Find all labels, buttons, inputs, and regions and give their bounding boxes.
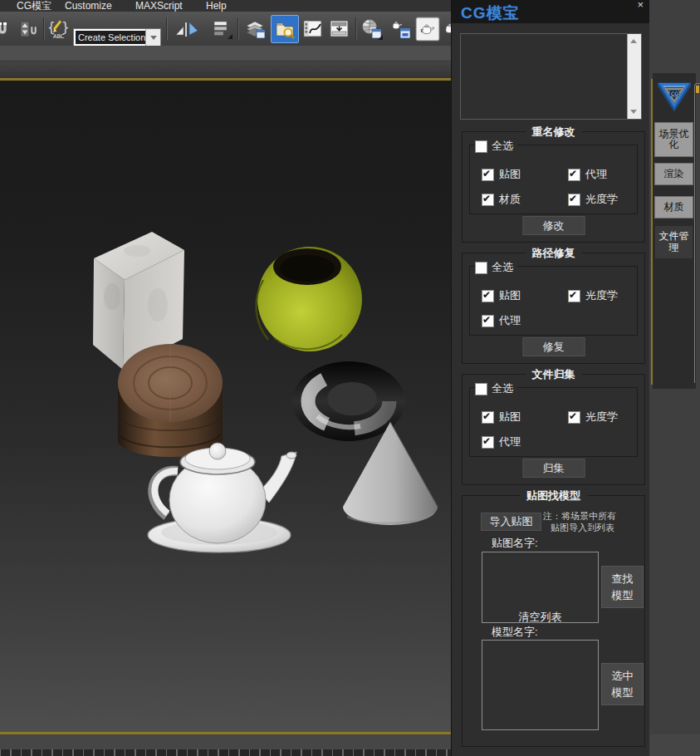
path-repair-section-title: 路径修复 [526, 246, 582, 261]
select-all-checkbox[interactable] [475, 140, 487, 153]
rename-apply-button[interactable]: 修改 [522, 216, 585, 235]
render-production-icon[interactable] [415, 16, 440, 42]
toolbar-separator [166, 17, 168, 40]
select-all-checkbox[interactable] [475, 383, 487, 395]
model-name-list[interactable] [482, 640, 599, 730]
scene-explorer-icon[interactable] [271, 15, 299, 43]
menu-cgmobao[interactable]: CG模宝 [17, 0, 51, 12]
toolbar-separator [43, 17, 45, 40]
close-icon[interactable]: × [637, 0, 644, 11]
toolbar-separator [355, 17, 357, 40]
checkbox[interactable] [482, 290, 494, 302]
svg-text:CG: CG [671, 91, 678, 96]
rename-option-photometric[interactable]: 光度学 [568, 192, 634, 207]
svg-text:}: } [61, 20, 70, 35]
menu-customize[interactable]: Customize [65, 0, 112, 12]
select-all-label: 全选 [492, 260, 513, 275]
path-option-photometric[interactable]: 光度学 [568, 288, 634, 303]
rename-options-group: 全选 贴图 代理 材质 光度学 [469, 145, 638, 214]
rename-section: 重名修改 全选 贴图 代理 材质 光度学 修改 [462, 131, 645, 243]
collect-option-proxy[interactable]: 代理 [482, 434, 568, 449]
collect-option-map[interactable]: 贴图 [482, 410, 568, 425]
map-list-label: 贴图名字: [492, 536, 538, 551]
chevron-down-icon [150, 36, 157, 40]
select-all-label: 全选 [492, 139, 513, 154]
viewport-scene [0, 81, 453, 732]
layer-manager-icon[interactable] [243, 16, 268, 42]
clear-list-button[interactable]: 清空列表 [482, 610, 599, 625]
combo-dropdown-button[interactable] [145, 29, 160, 46]
status-strip-right [649, 734, 700, 756]
named-selection-sets-icon[interactable]: {ABC} [47, 16, 71, 42]
mirror-icon[interactable] [173, 16, 206, 42]
schematic-view-icon[interactable] [327, 16, 352, 42]
rename-option-material[interactable]: 材质 [482, 192, 568, 207]
checkbox[interactable] [482, 436, 494, 449]
rename-section-title: 重名修改 [526, 125, 582, 140]
path-option-proxy[interactable]: 代理 [482, 313, 568, 328]
selection-set-value[interactable]: Create Selection Se [76, 31, 145, 44]
import-maps-button[interactable]: 导入贴图 [481, 513, 541, 531]
spinner-snap-icon[interactable] [17, 16, 42, 42]
menu-help[interactable]: Help [206, 0, 227, 12]
app-root: { "menu": { "items": [ {"label": "CG模宝"}… [0, 0, 700, 756]
plugin-sidebar: CG 场景优化 渲染 材质 文件管理 [653, 73, 696, 389]
collect-section: 文件归集 全选 贴图 光度学 代理 归集 [462, 374, 645, 485]
collect-apply-button[interactable]: 归集 [522, 459, 585, 478]
cg-mobao-panel: CG模宝 × 重名修改 全选 贴图 代理 材质 光度学 修改 路径修复 [451, 0, 649, 756]
select-all-checkbox[interactable] [475, 262, 487, 274]
panel-header[interactable]: CG模宝 × [452, 0, 649, 23]
tab-scene-optimize[interactable]: 场景优化 [654, 122, 693, 157]
find-model-section-title: 贴图找模型 [520, 488, 587, 503]
note-line-1: 注：将场景中所有 [543, 510, 616, 523]
rename-option-proxy[interactable]: 代理 [568, 167, 634, 182]
menu-maxscript[interactable]: MAXScript [135, 0, 183, 12]
checkbox[interactable] [482, 169, 494, 181]
collect-option-photometric[interactable]: 光度学 [568, 410, 634, 425]
rendered-frame-window-icon[interactable] [389, 16, 414, 42]
viewport-object-sphere[interactable] [256, 247, 362, 351]
path-repair-apply-button[interactable]: 修复 [522, 337, 585, 356]
command-panel-icon-fragment [696, 86, 699, 93]
tab-render[interactable]: 渲染 [654, 163, 693, 185]
result-list-box[interactable] [460, 33, 642, 120]
right-column: CG 场景优化 渲染 材质 文件管理 [649, 0, 700, 756]
cg-logo-icon[interactable]: CG [658, 78, 691, 111]
viewport-object-teapot[interactable] [148, 443, 296, 552]
toolbar-separator [237, 17, 239, 40]
collect-select-all[interactable]: 全选 [475, 381, 517, 396]
find-model-section: 贴图找模型 导入贴图 注：将场景中所有 贴图导入到列表 贴图名字: 清空列表 查… [462, 495, 645, 747]
rename-option-map[interactable]: 贴图 [482, 167, 568, 182]
checkbox[interactable] [568, 290, 580, 302]
checkbox[interactable] [482, 411, 494, 424]
chevron-up-icon[interactable] [630, 39, 637, 43]
select-model-button[interactable]: 选中模型 [601, 663, 644, 705]
path-repair-section: 路径修复 全选 贴图 光度学 代理 修复 [462, 253, 645, 364]
collect-options-group: 全选 贴图 光度学 代理 [469, 387, 638, 457]
model-list-label: 模型名字: [492, 625, 538, 640]
select-all-label: 全选 [492, 381, 513, 396]
tab-material[interactable]: 材质 [654, 196, 693, 218]
selection-set-combo[interactable]: Create Selection Se [73, 28, 161, 47]
viewport-object-wood-cylinder[interactable] [118, 344, 223, 457]
curve-editor-icon[interactable] [301, 16, 326, 42]
checkbox[interactable] [568, 169, 580, 181]
tab-file-manage[interactable]: 文件管理 [654, 225, 693, 259]
checkbox[interactable] [482, 194, 494, 206]
collect-section-title: 文件归集 [526, 367, 582, 382]
panel-logo-text: CG模宝 [461, 2, 520, 24]
checkbox[interactable] [482, 315, 494, 327]
find-model-button[interactable]: 查找模型 [601, 566, 644, 608]
snap-magnet-icon[interactable] [0, 16, 15, 42]
scrollbar[interactable] [627, 34, 641, 119]
render-setup-icon[interactable] [360, 16, 384, 42]
align-icon[interactable] [210, 16, 235, 42]
checkbox[interactable] [568, 411, 580, 424]
checkbox[interactable] [568, 194, 580, 206]
command-panel-edge [694, 83, 700, 383]
path-repair-select-all[interactable]: 全选 [475, 260, 517, 275]
path-option-map[interactable]: 贴图 [482, 288, 568, 303]
rename-select-all[interactable]: 全选 [475, 139, 517, 154]
note-line-2: 贴图导入到列表 [551, 522, 614, 534]
chevron-down-icon[interactable] [630, 110, 637, 114]
